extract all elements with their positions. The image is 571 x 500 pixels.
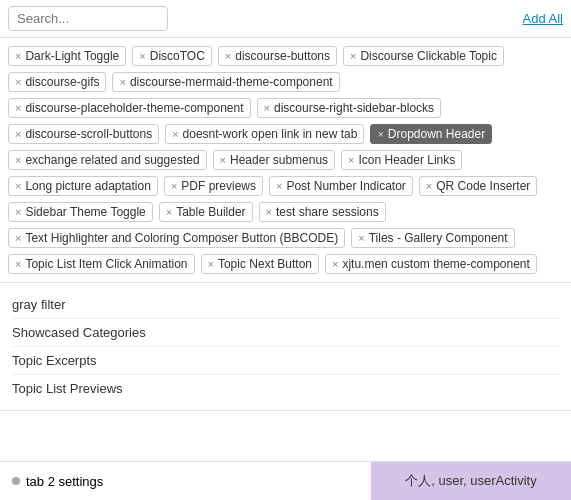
tab-settings-label: tab 2 settings — [26, 474, 103, 489]
remove-tag-icon[interactable]: × — [166, 206, 172, 218]
remove-tag-icon[interactable]: × — [139, 50, 145, 62]
list-item-topic-excerpts[interactable]: Topic Excerpts — [12, 347, 559, 375]
remove-tag-icon[interactable]: × — [264, 102, 270, 114]
tag-discourse-placeholder-theme-component[interactable]: ×discourse-placeholder-theme-component — [8, 98, 251, 118]
tag-label: Sidebar Theme Toggle — [25, 205, 145, 219]
tag-sidebar-theme-toggle[interactable]: ×Sidebar Theme Toggle — [8, 202, 153, 222]
top-bar: Add All — [0, 0, 571, 38]
tag-icon-header-links[interactable]: ×Icon Header Links — [341, 150, 462, 170]
tag-discourse-scroll-buttons[interactable]: ×discourse-scroll-buttons — [8, 124, 159, 144]
tag-label: doesnt-work open link in new tab — [183, 127, 358, 141]
remove-tag-icon[interactable]: × — [426, 180, 432, 192]
activity-label[interactable]: 个人, user, userActivity — [371, 462, 571, 500]
remove-tag-icon[interactable]: × — [276, 180, 282, 192]
tag-label: Topic List Item Click Animation — [25, 257, 187, 271]
tag-label: discourse-buttons — [235, 49, 330, 63]
tag-label: Tiles - Gallery Component — [369, 231, 508, 245]
tag-label: Discourse Clickable Topic — [360, 49, 497, 63]
tag-dropdown-header[interactable]: ×Dropdown Header — [370, 124, 492, 144]
tag-label: exchange related and suggested — [25, 153, 199, 167]
tag-xjtu-custom[interactable]: ×xjtu.men custom theme-component — [325, 254, 537, 274]
remove-tag-icon[interactable]: × — [15, 180, 21, 192]
list-item-topic-list-previews[interactable]: Topic List Previews — [12, 375, 559, 402]
remove-tag-icon[interactable]: × — [220, 154, 226, 166]
remove-tag-icon[interactable]: × — [171, 180, 177, 192]
remove-tag-icon[interactable]: × — [350, 50, 356, 62]
tag-label: Post Number Indicator — [286, 179, 405, 193]
add-all-button[interactable]: Add All — [523, 11, 563, 26]
remove-tag-icon[interactable]: × — [225, 50, 231, 62]
tag-label: Topic Next Button — [218, 257, 312, 271]
tag-label: PDF previews — [181, 179, 256, 193]
list-section: gray filterShowcased CategoriesTopic Exc… — [0, 283, 571, 411]
bottom-bar: tab 2 settings 个人, user, userActivity — [0, 461, 571, 500]
status-dot — [12, 477, 20, 485]
tag-label: xjtu.men custom theme-component — [342, 257, 529, 271]
tag-label: discourse-right-sidebar-blocks — [274, 101, 434, 115]
tag-label: Long picture adaptation — [25, 179, 150, 193]
tag-dark-light-toggle[interactable]: ×Dark-Light Toggle — [8, 46, 126, 66]
tag-label: QR Code Inserter — [436, 179, 530, 193]
tag-label: Dark-Light Toggle — [25, 49, 119, 63]
search-input[interactable] — [8, 6, 168, 31]
list-item-gray-filter[interactable]: gray filter — [12, 291, 559, 319]
tag-label: DiscoTOC — [150, 49, 205, 63]
remove-tag-icon[interactable]: × — [15, 154, 21, 166]
tag-post-number-indicator[interactable]: ×Post Number Indicator — [269, 176, 413, 196]
tag-pdf-previews[interactable]: ×PDF previews — [164, 176, 263, 196]
remove-tag-icon[interactable]: × — [332, 258, 338, 270]
tag-label: Text Highlighter and Coloring Composer B… — [25, 231, 338, 245]
tag-doesnt-work-open-link[interactable]: ×doesnt-work open link in new tab — [165, 124, 364, 144]
remove-tag-icon[interactable]: × — [208, 258, 214, 270]
tag-discotoc[interactable]: ×DiscoTOC — [132, 46, 212, 66]
tag-discourse-mermaid-theme-component[interactable]: ×discourse-mermaid-theme-component — [112, 72, 339, 92]
tag-header-submenus[interactable]: ×Header submenus — [213, 150, 336, 170]
tag-label: discourse-placeholder-theme-component — [25, 101, 243, 115]
tag-label: Table Builder — [176, 205, 245, 219]
remove-tag-icon[interactable]: × — [15, 206, 21, 218]
remove-tag-icon[interactable]: × — [377, 128, 383, 140]
tag-discourse-right-sidebar-blocks[interactable]: ×discourse-right-sidebar-blocks — [257, 98, 442, 118]
tag-label: Icon Header Links — [359, 153, 456, 167]
tag-label: Dropdown Header — [388, 127, 485, 141]
remove-tag-icon[interactable]: × — [15, 258, 21, 270]
remove-tag-icon[interactable]: × — [358, 232, 364, 244]
tags-container: ×Dark-Light Toggle×DiscoTOC×discourse-bu… — [0, 38, 571, 283]
tag-text-highlighter[interactable]: ×Text Highlighter and Coloring Composer … — [8, 228, 345, 248]
remove-tag-icon[interactable]: × — [15, 232, 21, 244]
tag-discourse-buttons[interactable]: ×discourse-buttons — [218, 46, 337, 66]
tag-label: discourse-mermaid-theme-component — [130, 75, 333, 89]
remove-tag-icon[interactable]: × — [15, 102, 21, 114]
tag-label: discourse-gifs — [25, 75, 99, 89]
tag-long-picture[interactable]: ×Long picture adaptation — [8, 176, 158, 196]
remove-tag-icon[interactable]: × — [119, 76, 125, 88]
tag-label: test share sessions — [276, 205, 379, 219]
remove-tag-icon[interactable]: × — [15, 76, 21, 88]
tag-qr-code-inserter[interactable]: ×QR Code Inserter — [419, 176, 537, 196]
remove-tag-icon[interactable]: × — [172, 128, 178, 140]
remove-tag-icon[interactable]: × — [266, 206, 272, 218]
tag-label: discourse-scroll-buttons — [25, 127, 152, 141]
tag-test-share-sessions[interactable]: ×test share sessions — [259, 202, 386, 222]
tag-label: Header submenus — [230, 153, 328, 167]
tag-exchange-related[interactable]: ×exchange related and suggested — [8, 150, 207, 170]
tag-discourse-clickable-topic[interactable]: ×Discourse Clickable Topic — [343, 46, 504, 66]
tag-tiles-gallery[interactable]: ×Tiles - Gallery Component — [351, 228, 514, 248]
tag-topic-list-item[interactable]: ×Topic List Item Click Animation — [8, 254, 195, 274]
bottom-left: tab 2 settings — [0, 464, 371, 499]
remove-tag-icon[interactable]: × — [15, 128, 21, 140]
tag-topic-next-button[interactable]: ×Topic Next Button — [201, 254, 320, 274]
remove-tag-icon[interactable]: × — [15, 50, 21, 62]
list-item-showcased-categories[interactable]: Showcased Categories — [12, 319, 559, 347]
remove-tag-icon[interactable]: × — [348, 154, 354, 166]
tag-discourse-gifs[interactable]: ×discourse-gifs — [8, 72, 106, 92]
tag-table-builder[interactable]: ×Table Builder — [159, 202, 253, 222]
